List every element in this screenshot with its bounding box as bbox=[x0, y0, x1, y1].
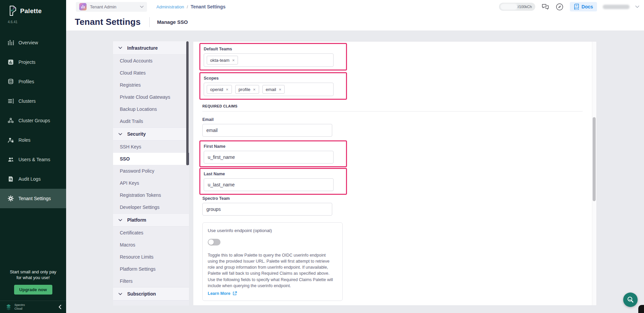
settings-item-certificates[interactable]: Certificates bbox=[113, 227, 189, 239]
email-input[interactable] bbox=[202, 124, 332, 137]
sidebar-nav: Overview Projects Profiles Clusters Clus… bbox=[0, 33, 66, 208]
external-link-icon bbox=[233, 291, 237, 296]
settings-item-backup-locations[interactable]: Backup Locations bbox=[113, 103, 189, 115]
settings-group-label: Security bbox=[127, 131, 146, 137]
spectro-team-input[interactable] bbox=[202, 203, 332, 216]
tag-okta-team: okta-team × bbox=[207, 56, 238, 64]
docs-button[interactable]: Docs bbox=[570, 2, 597, 11]
book-icon bbox=[574, 4, 579, 10]
settings-group-infrastructure[interactable]: Infrastructure bbox=[113, 41, 189, 55]
learn-more-link[interactable]: Learn More bbox=[208, 291, 337, 296]
users-teams-icon bbox=[7, 156, 14, 163]
highlight-first-name: First Name bbox=[199, 140, 347, 167]
highlight-default-teams: Default Teams okta-team × bbox=[199, 43, 347, 71]
promo-text-line2: for what you use! bbox=[3, 275, 63, 281]
email-field-group: Email bbox=[202, 117, 583, 137]
settings-item-audit-trails[interactable]: Audit Trails bbox=[113, 115, 189, 127]
usage-counter: 0/100kCh bbox=[499, 3, 535, 11]
userinfo-endpoint-toggle[interactable] bbox=[208, 239, 220, 245]
remove-tag-icon[interactable]: × bbox=[253, 87, 256, 92]
default-teams-input[interactable]: okta-team × bbox=[204, 53, 334, 67]
sidebar-item-projects[interactable]: Projects bbox=[0, 52, 66, 72]
settings-item-private-cloud-gateways[interactable]: Private Cloud Gateways bbox=[113, 91, 189, 103]
settings-group-label: Platform bbox=[127, 217, 146, 223]
remove-tag-icon[interactable]: × bbox=[226, 87, 229, 92]
settings-item-sso[interactable]: SSO bbox=[113, 153, 189, 165]
clusters-icon bbox=[7, 98, 14, 104]
last-name-input[interactable] bbox=[204, 178, 334, 191]
settings-item-cloud-accounts[interactable]: Cloud Accounts bbox=[113, 55, 189, 67]
support-chat-button[interactable] bbox=[623, 293, 638, 307]
chat-icon[interactable] bbox=[541, 2, 550, 11]
project-selector[interactable]: Tenant Admin bbox=[76, 2, 147, 12]
brand-name-line2: Cloud bbox=[14, 307, 56, 311]
chevron-down-icon bbox=[118, 219, 122, 221]
support-chat-icon bbox=[627, 296, 635, 304]
email-label: Email bbox=[202, 117, 583, 122]
first-name-input[interactable] bbox=[204, 151, 334, 164]
sidebar-item-label: Tenant Settings bbox=[18, 196, 51, 201]
sidebar-item-users-teams[interactable]: Users & Teams bbox=[0, 150, 66, 169]
settings-item-platform-settings[interactable]: Platform Settings bbox=[113, 263, 189, 275]
scopes-input[interactable]: openid × profile × email × bbox=[204, 83, 334, 96]
sidebar-item-overview[interactable]: Overview bbox=[0, 33, 66, 52]
sidebar-item-profiles[interactable]: Profiles bbox=[0, 72, 66, 91]
tag-label: openid bbox=[210, 87, 223, 92]
settings-item-ssh-keys[interactable]: SSH Keys bbox=[113, 141, 189, 153]
usage-counter-value: 0/100kCh bbox=[516, 5, 532, 9]
section-divider bbox=[202, 111, 583, 111]
settings-nav-scrollbar[interactable] bbox=[186, 41, 189, 165]
tab-manage-sso[interactable]: Manage SSO bbox=[157, 19, 188, 25]
sidebar-item-cluster-groups[interactable]: Cluster Groups bbox=[0, 111, 66, 130]
remove-tag-icon[interactable]: × bbox=[232, 58, 235, 63]
settings-item-developer-settings[interactable]: Developer Settings bbox=[113, 201, 189, 213]
overview-icon bbox=[7, 39, 14, 46]
remove-tag-icon[interactable]: × bbox=[279, 87, 282, 92]
chevron-down-icon bbox=[140, 6, 144, 8]
spectro-team-field-group: Spectro Team bbox=[202, 196, 583, 216]
sidebar-item-roles[interactable]: Roles bbox=[0, 130, 66, 150]
settings-item-resource-limits[interactable]: Resource Limits bbox=[113, 251, 189, 263]
settings-group-label: Infrastructure bbox=[127, 45, 158, 51]
settings-item-password-policy[interactable]: Password Policy bbox=[113, 165, 189, 177]
settings-group-security[interactable]: Security bbox=[113, 127, 189, 141]
sidebar-item-label: Roles bbox=[18, 137, 31, 143]
sidebar-collapse-button[interactable] bbox=[58, 305, 61, 309]
settings-group-subscription[interactable]: Subscription bbox=[113, 287, 189, 301]
tag-openid: openid × bbox=[207, 85, 232, 94]
upgrade-promo: Start small and only pay for what you us… bbox=[0, 264, 66, 301]
user-menu-redacted[interactable] bbox=[603, 5, 630, 9]
help-icon[interactable] bbox=[555, 2, 564, 11]
user-menu-chevron-icon[interactable] bbox=[635, 5, 639, 8]
gear-icon bbox=[7, 195, 14, 202]
logo[interactable]: Palette bbox=[0, 0, 66, 16]
panel-scrollbar-track[interactable] bbox=[592, 42, 596, 305]
page-title: Tenant Settings bbox=[75, 17, 141, 27]
settings-item-macros[interactable]: Macros bbox=[113, 239, 189, 251]
cluster-groups-icon bbox=[7, 117, 14, 124]
tag-label: okta-team bbox=[210, 58, 230, 63]
highlight-scopes: Scopes openid × profile × email × bbox=[199, 72, 347, 100]
settings-item-api-keys[interactable]: API Keys bbox=[113, 177, 189, 189]
first-name-label: First Name bbox=[204, 144, 343, 149]
brand-row: Spectro Cloud bbox=[0, 301, 66, 313]
settings-item-filters[interactable]: Filters bbox=[113, 275, 189, 287]
userinfo-endpoint-panel: Use userinfo endpoint (optional) Toggle … bbox=[202, 222, 343, 301]
corner-overlay bbox=[638, 305, 644, 313]
palette-logo-icon bbox=[8, 5, 17, 16]
sidebar-item-label: Projects bbox=[18, 59, 36, 65]
sidebar-item-audit-logs[interactable]: Audit Logs bbox=[0, 169, 66, 189]
settings-item-cloud-rates[interactable]: Cloud Rates bbox=[113, 67, 189, 79]
breadcrumb-administration[interactable]: Administration bbox=[156, 4, 184, 9]
sidebar-item-tenant-settings[interactable]: Tenant Settings bbox=[0, 189, 66, 208]
settings-group-platform[interactable]: Platform bbox=[113, 213, 189, 227]
project-selector-label: Tenant Admin bbox=[90, 4, 137, 9]
upgrade-now-button[interactable]: Upgrade now bbox=[14, 285, 52, 295]
required-claims-heading: REQUIRED CLAIMS bbox=[202, 104, 583, 108]
settings-item-registration-tokens[interactable]: Registration Tokens bbox=[113, 189, 189, 201]
sidebar-item-clusters[interactable]: Clusters bbox=[0, 91, 66, 111]
spectro-cloud-logo-icon bbox=[5, 304, 12, 310]
panel-scrollbar-thumb[interactable] bbox=[593, 117, 596, 201]
settings-item-registries[interactable]: Registries bbox=[113, 79, 189, 91]
chevron-left-icon bbox=[58, 305, 61, 309]
